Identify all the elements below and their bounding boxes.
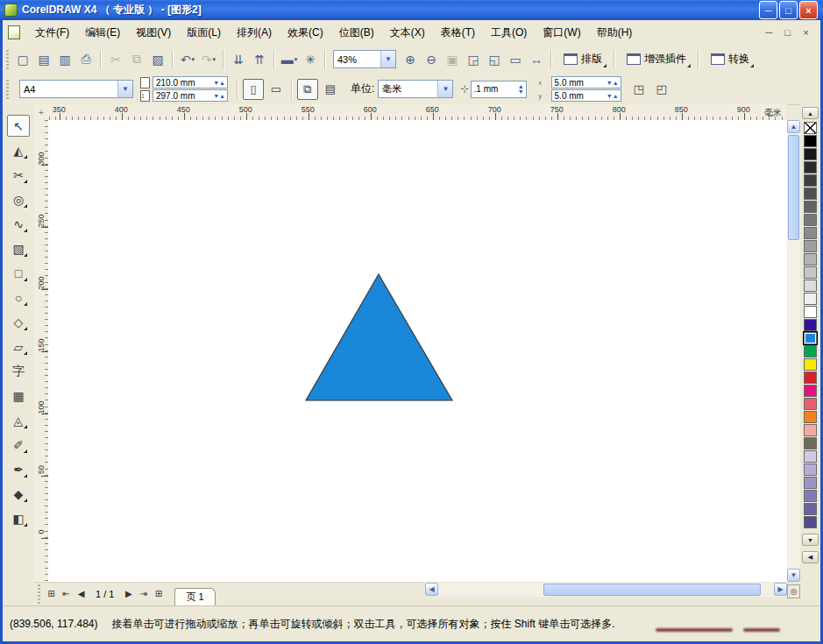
color-swatch-lavender-1[interactable] xyxy=(804,450,817,463)
color-swatch-gray-3[interactable] xyxy=(804,188,817,200)
outline-pen-tool-icon[interactable]: ✒ xyxy=(7,458,30,480)
menu-item-4[interactable]: 版面(L) xyxy=(179,22,229,44)
plugin-button-1[interactable]: 排版 xyxy=(557,49,608,69)
all-pages-button[interactable]: ⧉ xyxy=(297,79,318,100)
color-swatch-gray-6[interactable] xyxy=(804,227,817,239)
zoom-to-selection-icon[interactable]: ◲ xyxy=(463,49,484,70)
color-swatch-gray-9[interactable] xyxy=(804,266,817,279)
toolbar-grip[interactable] xyxy=(38,584,40,604)
document-icon[interactable] xyxy=(8,25,20,39)
color-swatch-gray-8[interactable] xyxy=(804,253,817,265)
toolbar-grip[interactable] xyxy=(6,80,9,99)
undo-icon[interactable]: ↶▾ xyxy=(177,49,198,70)
menu-item-9[interactable]: 表格(T) xyxy=(433,22,483,44)
menu-item-8[interactable]: 文本(X) xyxy=(382,22,433,44)
zoom-out-icon[interactable]: ⊖ xyxy=(421,49,442,70)
color-swatch-90-black[interactable] xyxy=(804,148,817,160)
shape-tool-icon[interactable]: ◭ xyxy=(7,139,30,161)
current-page-button[interactable]: ▤ xyxy=(320,79,341,100)
spinner-arrows-icon[interactable]: ▼▲ xyxy=(213,93,227,99)
add-page-icon[interactable]: ⊞ xyxy=(44,586,59,602)
basic-shapes-tool-icon[interactable]: ▱ xyxy=(7,336,30,357)
child-minimize-button[interactable]: ─ xyxy=(762,26,777,39)
print-icon[interactable]: ⎙ xyxy=(75,49,96,70)
color-swatch-lavender-2[interactable] xyxy=(804,464,817,476)
nudge-offset-spinner[interactable]: .1 mm ▲▼ xyxy=(471,81,527,98)
color-swatch-magenta[interactable] xyxy=(804,385,817,397)
palette-scroll-up-icon[interactable]: ▲ xyxy=(802,107,819,119)
chevron-down-icon[interactable]: ▼ xyxy=(117,81,132,97)
crop-tool-icon[interactable]: ✂ xyxy=(7,164,30,186)
child-restore-button[interactable]: □ xyxy=(780,26,795,39)
duplicate-y-spinner[interactable]: 5.0 mm ▼▲ xyxy=(551,89,621,102)
smart-fill-tool-icon[interactable]: ▧ xyxy=(7,237,30,259)
spinner-arrows-icon[interactable]: ▲▼ xyxy=(518,84,526,94)
color-swatch-taupe[interactable] xyxy=(804,437,817,449)
triangle-shape[interactable] xyxy=(306,274,452,400)
maximize-button[interactable]: □ xyxy=(779,1,798,19)
application-launcher-icon[interactable]: ▬▾ xyxy=(279,49,300,70)
rectangle-tool-icon[interactable]: □ xyxy=(7,262,30,284)
color-swatch-lavender-4[interactable] xyxy=(804,490,817,502)
chevron-down-icon[interactable]: ▾ xyxy=(294,56,298,63)
horizontal-scrollbar[interactable]: ◀ ▶ xyxy=(425,583,787,597)
snap-to-grid-button[interactable]: ◳ xyxy=(628,79,649,100)
spinner-arrows-icon[interactable]: ▼▲ xyxy=(607,80,621,86)
color-swatch-orange[interactable] xyxy=(804,411,817,423)
scrollbar-thumb[interactable] xyxy=(543,584,761,596)
close-button[interactable]: × xyxy=(799,1,818,19)
fill-tool-icon[interactable]: ◆ xyxy=(7,483,30,505)
page-height-spinner[interactable]: 297.0 mm ▼▲ xyxy=(153,89,228,102)
menu-item-2[interactable]: 编辑(E) xyxy=(77,22,128,44)
color-swatch-lavender-5[interactable] xyxy=(804,503,817,515)
color-swatch-violet[interactable] xyxy=(804,319,817,331)
palette-scroll-down-icon[interactable]: ▼ xyxy=(802,534,819,546)
color-swatch-yellow[interactable] xyxy=(804,358,817,371)
ellipse-tool-icon[interactable]: ○ xyxy=(7,287,30,308)
plugin-button-3[interactable]: 转换 xyxy=(705,49,756,69)
color-swatch-red[interactable] xyxy=(804,372,817,384)
duplicate-x-spinner[interactable]: 5.0 mm ▼▲ xyxy=(551,76,621,88)
treat-as-filled-button[interactable]: ◰ xyxy=(651,79,672,100)
zoom-to-page-icon[interactable]: ▭ xyxy=(505,49,526,70)
polygon-tool-icon[interactable]: ◇ xyxy=(7,311,30,333)
save-icon[interactable]: ▥ xyxy=(54,49,75,70)
color-swatch-gray-11[interactable] xyxy=(804,293,817,305)
color-swatch-gray-2[interactable] xyxy=(804,174,817,187)
welcome-screen-icon[interactable]: ✳ xyxy=(300,49,321,70)
scroll-right-icon[interactable]: ▶ xyxy=(774,583,787,596)
zoom-in-icon[interactable]: ⊕ xyxy=(400,49,421,70)
table-tool-icon[interactable]: ▦ xyxy=(7,385,30,407)
zoom-to-all-icon[interactable]: ◱ xyxy=(484,49,505,70)
chevron-down-icon[interactable]: ▼ xyxy=(437,81,452,97)
open-icon[interactable]: ▤ xyxy=(33,49,54,70)
zoom-level-combo[interactable]: 43% ▼ xyxy=(333,50,396,68)
horizontal-ruler[interactable]: 毫米 350400450500550600650700750800850900 xyxy=(48,104,787,121)
zoom-to-width-icon[interactable]: ↔ xyxy=(526,49,547,70)
freehand-tool-icon[interactable]: ∿ xyxy=(7,213,30,235)
color-swatch-gray-5[interactable] xyxy=(804,214,817,226)
export-icon[interactable]: ⇈ xyxy=(249,49,270,70)
drawing-canvas[interactable] xyxy=(48,120,787,582)
minimize-button[interactable]: ─ xyxy=(759,1,777,19)
menu-item-7[interactable]: 位图(B) xyxy=(331,22,382,44)
menu-item-12[interactable]: 帮助(H) xyxy=(589,22,641,44)
chevron-down-icon[interactable]: ▼ xyxy=(380,51,395,67)
units-combo[interactable]: 毫米 ▼ xyxy=(378,80,453,98)
paper-size-combo[interactable]: A4 ▼ xyxy=(19,80,133,98)
menu-item-10[interactable]: 工具(O) xyxy=(483,22,535,44)
chevron-down-icon[interactable]: ▾ xyxy=(192,56,195,63)
color-swatch-gray-10[interactable] xyxy=(804,280,817,292)
import-icon[interactable]: ⇊ xyxy=(228,49,249,70)
palette-flyout-icon[interactable]: ◀ xyxy=(802,551,819,563)
chevron-down-icon[interactable]: ▾ xyxy=(213,56,216,63)
landscape-button[interactable]: ▭ xyxy=(266,79,287,100)
portrait-button[interactable]: ▯ xyxy=(243,79,264,100)
eyedropper-tool-icon[interactable]: ✐ xyxy=(7,434,30,456)
prev-page-icon[interactable]: ◀ xyxy=(74,586,89,602)
color-swatch-no-color[interactable] xyxy=(804,122,817,134)
color-swatch-green[interactable] xyxy=(804,345,817,357)
last-page-icon[interactable]: ⇥ xyxy=(136,586,151,602)
spinner-arrows-icon[interactable]: ▼▲ xyxy=(607,93,621,99)
page-width-spinner[interactable]: 210.0 mm ▼▲ xyxy=(153,76,228,88)
